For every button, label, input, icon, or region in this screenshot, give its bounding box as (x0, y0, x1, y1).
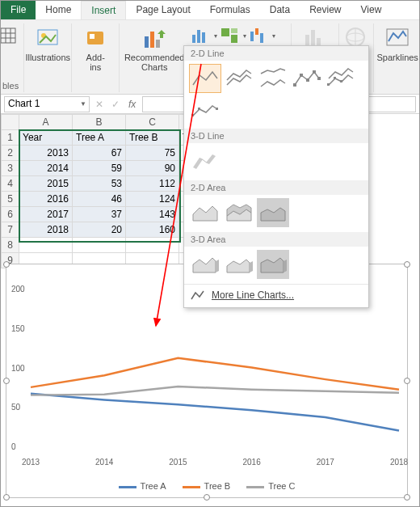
svg-rect-37 (313, 70, 316, 74)
enter-icon[interactable]: ✓ (109, 99, 122, 110)
table-icon (0, 25, 23, 51)
tab-file[interactable]: File (1, 1, 36, 19)
gallery-100stacked-area[interactable] (257, 198, 289, 227)
cell[interactable]: 143 (126, 207, 179, 222)
gallery-header-3d-line: 3-D Line (184, 129, 368, 143)
row-header[interactable]: 4 (2, 176, 19, 192)
gallery-3d-stacked-area[interactable] (223, 250, 255, 279)
y-tick-label: 0 (11, 442, 16, 451)
cell[interactable]: 112 (126, 176, 179, 192)
gallery-line[interactable] (189, 64, 221, 93)
svg-rect-43 (198, 108, 200, 110)
svg-rect-13 (197, 30, 200, 43)
svg-rect-44 (216, 108, 218, 110)
tab-data[interactable]: Data (260, 1, 300, 19)
svg-marker-54 (227, 260, 250, 273)
gallery-stacked-line-markers[interactable] (325, 64, 357, 93)
cell[interactable]: Tree A (73, 130, 126, 146)
gallery-3d-area[interactable] (189, 250, 221, 279)
gallery-header-2d-line: 2-D Line (184, 46, 368, 61)
insert-column-chart-button[interactable]: ▾ (189, 23, 218, 48)
svg-marker-57 (284, 260, 287, 273)
insert-waterfall-chart-button[interactable]: ▾ (247, 23, 276, 48)
cell[interactable]: 2017 (19, 207, 73, 222)
svg-marker-53 (216, 260, 219, 273)
gallery-stacked-area[interactable] (223, 198, 255, 227)
ribbon-tabs: File Home Insert Page Layout Formulas Da… (1, 1, 419, 20)
row-header[interactable]: 6 (2, 207, 19, 222)
sparklines-button[interactable]: Sparklines (379, 23, 416, 64)
svg-rect-11 (156, 40, 160, 48)
svg-rect-42 (191, 114, 194, 116)
cell[interactable]: 59 (73, 161, 126, 176)
chevron-down-icon[interactable]: ▼ (80, 100, 86, 108)
group-sparklines: Sparklines (374, 23, 420, 92)
svg-rect-16 (231, 28, 237, 33)
gallery-stacked-line[interactable] (223, 64, 255, 93)
y-tick-label: 150 (11, 323, 25, 332)
series-Tree A[interactable] (31, 394, 399, 431)
cell[interactable]: 2016 (19, 192, 73, 207)
tab-insert[interactable]: Insert (81, 1, 126, 19)
tab-review[interactable]: Review (300, 1, 351, 19)
cell[interactable]: 2018 (19, 222, 73, 238)
gallery-line-markers[interactable] (291, 64, 323, 93)
more-line-charts[interactable]: More Line Charts... (184, 284, 368, 307)
insert-hierarchy-chart-button[interactable]: ▾ (218, 23, 247, 48)
tab-formulas[interactable]: Formulas (200, 1, 260, 19)
cell[interactable]: 90 (126, 161, 179, 176)
cell[interactable]: 2015 (19, 176, 73, 192)
grid-table[interactable]: ABC1YearTree ATree BTree2201367753201459… (1, 114, 206, 268)
gallery-100stacked-line-markers[interactable] (189, 95, 221, 124)
cell[interactable]: 75 (126, 146, 179, 161)
cancel-icon[interactable]: ✕ (93, 99, 106, 110)
cell[interactable]: Year (19, 130, 73, 146)
legend-item[interactable]: Tree C (246, 481, 295, 491)
gallery-100stacked-line[interactable] (257, 64, 289, 93)
addins-button[interactable]: Add- ins (77, 23, 114, 74)
cell[interactable]: 53 (73, 176, 126, 192)
row-header[interactable]: 2 (2, 146, 19, 161)
row-header[interactable]: 3 (2, 161, 19, 176)
row-header[interactable]: 5 (2, 192, 19, 207)
svg-rect-18 (250, 32, 254, 41)
cell[interactable]: Tree B (126, 130, 179, 146)
cell[interactable]: 20 (73, 222, 126, 238)
chart-plot-area[interactable] (31, 289, 397, 453)
tab-page-layout[interactable]: Page Layout (126, 1, 200, 19)
cell[interactable]: 46 (73, 192, 126, 207)
svg-rect-34 (293, 83, 296, 87)
cell[interactable]: 2014 (19, 161, 73, 176)
tables-button[interactable] (2, 23, 19, 53)
cell[interactable]: 124 (126, 192, 179, 207)
col-header[interactable]: A (19, 115, 73, 130)
series-Tree B[interactable] (31, 358, 399, 390)
svg-rect-38 (317, 77, 321, 80)
gallery-3d-line[interactable] (189, 146, 221, 175)
cell[interactable]: 67 (73, 146, 126, 161)
row-header[interactable]: 1 (2, 130, 19, 146)
cell[interactable]: 37 (73, 207, 126, 222)
illustrations-button[interactable]: Illustrations (29, 23, 66, 64)
row-header[interactable]: 7 (2, 222, 19, 238)
name-box[interactable]: Chart 1▼ (4, 96, 90, 112)
fx-icon[interactable]: fx (125, 99, 139, 110)
gallery-area[interactable] (189, 198, 221, 227)
legend-item[interactable]: Tree B (183, 481, 231, 491)
cell[interactable]: 160 (126, 222, 179, 238)
legend-item[interactable]: Tree A (119, 481, 166, 491)
tab-view[interactable]: View (351, 1, 392, 19)
line-chart-icon (191, 289, 205, 301)
chart-legend[interactable]: Tree ATree BTree C (6, 481, 407, 491)
svg-marker-47 (206, 154, 216, 164)
recommended-charts-button[interactable]: Recommended Charts (124, 23, 184, 74)
cell[interactable]: 2013 (19, 146, 73, 161)
col-header[interactable]: C (126, 115, 179, 130)
svg-rect-8 (90, 34, 94, 39)
tab-home[interactable]: Home (36, 1, 81, 19)
series-Tree C[interactable] (31, 387, 399, 395)
svg-rect-35 (300, 74, 303, 77)
col-header[interactable]: B (73, 115, 126, 130)
addins-icon (82, 25, 108, 51)
gallery-3d-100stacked-area[interactable] (257, 250, 289, 279)
